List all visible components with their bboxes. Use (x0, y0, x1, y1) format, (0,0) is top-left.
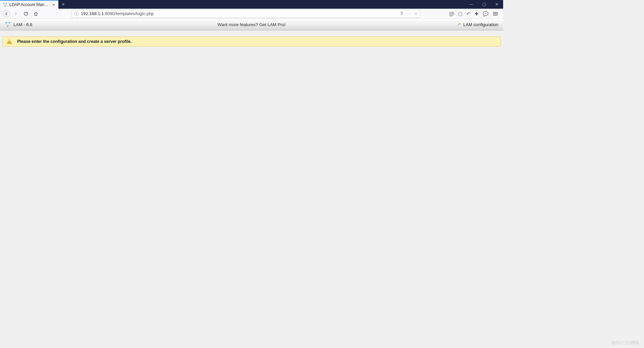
lam-pro-link[interactable]: Want more features? Get LAM Pro! (217, 22, 285, 27)
lam-logo-icon (5, 21, 11, 27)
window-maximize-button[interactable]: ▢ (478, 0, 490, 9)
browser-tab[interactable]: LDAP Account Manager × (0, 0, 58, 9)
lam-pro-text[interactable]: Want more features? Get LAM Pro! (217, 22, 285, 27)
url-text: 192.168.1.1:8080/templates/login.php (81, 11, 398, 16)
page-actions-icon[interactable]: ··· (407, 11, 411, 16)
tab-favicon-icon (3, 2, 7, 7)
page-content: LAM - 6.6 Want more features? Get LAM Pr… (0, 19, 503, 272)
warning-text: Please enter the configuration and creat… (17, 39, 132, 44)
lam-logo[interactable]: LAM - 6.6 (5, 21, 32, 27)
menu-button[interactable] (492, 11, 499, 17)
window-minimize-button[interactable]: — (465, 0, 478, 9)
undo-icon[interactable]: ↶ (466, 10, 471, 17)
warning-icon (7, 39, 12, 44)
chat-icon[interactable]: 💬 (482, 10, 489, 17)
tab-close-icon[interactable]: × (52, 2, 56, 7)
home-button[interactable] (32, 9, 40, 18)
url-host: 192.168.1.1 (81, 11, 104, 16)
svg-line-11 (8, 23, 9, 26)
new-tab-button[interactable]: + (58, 0, 68, 9)
extension-icon[interactable]: ✚ (474, 10, 479, 17)
lam-config-link[interactable]: LAM configuration (457, 22, 498, 27)
warning-banner: Please enter the configuration and creat… (2, 37, 501, 47)
wrench-icon (457, 22, 462, 27)
browser-right-tools: |||\ ▢ ↶ ✚ 💬 (448, 10, 501, 17)
library-icon[interactable]: |||\ (448, 10, 455, 17)
site-info-icon[interactable]: i (74, 11, 79, 16)
qr-code-icon[interactable]: ⠿ (400, 11, 404, 16)
url-rest: :8080/templates/login.php (104, 11, 154, 16)
lam-config-label: LAM configuration (463, 22, 498, 27)
bookmark-star-icon[interactable]: ☆ (414, 11, 418, 16)
svg-line-4 (4, 3, 5, 6)
tab-title: LDAP Account Manager (9, 2, 50, 7)
sidebar-icon[interactable]: ▢ (458, 10, 463, 17)
reload-button[interactable] (21, 9, 30, 18)
back-button[interactable] (3, 10, 10, 17)
browser-nav-bar: i 192.168.1.1:8080/templates/login.php ⠿… (0, 9, 503, 19)
forward-button[interactable] (11, 9, 20, 18)
svg-line-10 (6, 23, 8, 26)
lam-header: LAM - 6.6 Want more features? Get LAM Pr… (0, 19, 503, 30)
svg-line-5 (5, 3, 6, 6)
url-bar[interactable]: i 192.168.1.1:8080/templates/login.php ⠿… (72, 10, 420, 18)
browser-tab-bar: LDAP Account Manager × + — ▢ ✕ (0, 0, 503, 9)
window-close-button[interactable]: ✕ (490, 0, 503, 9)
lam-title: LAM - 6.6 (13, 22, 32, 27)
